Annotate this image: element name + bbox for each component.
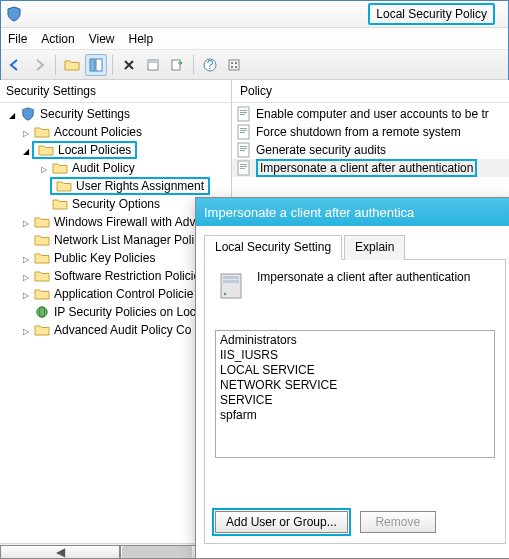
policy-icon	[236, 124, 252, 140]
svg-rect-15	[229, 60, 239, 70]
help-button[interactable]: ?	[199, 54, 221, 76]
folder-icon	[34, 323, 50, 337]
tree-user-rights[interactable]: User Rights Assignment	[2, 177, 231, 195]
menu-file[interactable]: File	[8, 32, 27, 46]
refresh-button[interactable]	[223, 54, 245, 76]
tree-root[interactable]: Security Settings	[2, 105, 231, 123]
shield-icon	[6, 6, 22, 22]
list-item[interactable]: Administrators	[220, 333, 490, 348]
tree-local-policies[interactable]: Local Policies	[2, 141, 231, 159]
principals-listbox[interactable]: Administrators IIS_IUSRS LOCAL SERVICE N…	[215, 330, 495, 458]
policy-icon	[236, 142, 252, 158]
list-item[interactable]: Generate security audits	[232, 141, 509, 159]
folder-icon	[34, 287, 50, 301]
tree-audit-policy[interactable]: Audit Policy	[2, 159, 231, 177]
menu-view[interactable]: View	[89, 32, 115, 46]
list-item[interactable]: SERVICE	[220, 393, 490, 408]
svg-rect-12	[172, 60, 180, 70]
remove-button[interactable]: Remove	[360, 511, 436, 533]
folder-icon	[34, 251, 50, 265]
tree-header: Security Settings	[0, 80, 231, 103]
export-button[interactable]	[166, 54, 188, 76]
window-title: Local Security Policy	[368, 3, 495, 25]
tree-account-policies[interactable]: Account Policies	[2, 123, 231, 141]
list-item[interactable]: NETWORK SERVICE	[220, 378, 490, 393]
folder-icon	[34, 269, 50, 283]
show-tree-button[interactable]	[85, 54, 107, 76]
toolbar: ?	[0, 50, 509, 80]
svg-rect-8	[90, 59, 95, 71]
list-item[interactable]: Force shutdown from a remote system	[232, 123, 509, 141]
list-item[interactable]: spfarm	[220, 408, 490, 423]
folder-icon	[56, 179, 72, 193]
properties-button[interactable]	[142, 54, 164, 76]
folder-icon	[34, 215, 50, 229]
policy-name-label: Impersonate a client after authenticatio…	[257, 270, 470, 284]
tab-explain[interactable]: Explain	[344, 235, 405, 260]
menu-action[interactable]: Action	[41, 32, 74, 46]
folder-icon	[52, 161, 68, 175]
policy-icon	[236, 160, 252, 176]
dialog-title: Impersonate a client after authentica	[196, 198, 509, 226]
back-button[interactable]	[4, 54, 26, 76]
svg-point-20	[37, 307, 48, 318]
folder-icon	[38, 143, 54, 157]
list-item-selected[interactable]: Impersonate a client after authenticatio…	[232, 159, 509, 177]
server-icon	[215, 270, 247, 302]
list-item[interactable]: Enable computer and user accounts to be …	[232, 105, 509, 123]
svg-text:?: ?	[207, 58, 214, 72]
menu-help[interactable]: Help	[129, 32, 154, 46]
list-header[interactable]: Policy	[232, 80, 509, 103]
globe-icon	[34, 305, 50, 319]
menubar: File Action View Help	[0, 28, 509, 50]
tab-local-security-setting[interactable]: Local Security Setting	[204, 235, 342, 260]
svg-rect-16	[231, 62, 233, 64]
policy-icon	[236, 106, 252, 122]
up-button[interactable]	[61, 54, 83, 76]
svg-rect-11	[148, 60, 158, 63]
svg-rect-19	[235, 66, 237, 68]
delete-button[interactable]	[118, 54, 140, 76]
folder-icon	[52, 197, 68, 211]
folder-icon	[34, 233, 50, 247]
svg-rect-9	[96, 59, 102, 71]
add-user-or-group-button[interactable]: Add User or Group...	[215, 511, 348, 533]
forward-button[interactable]	[28, 54, 50, 76]
list-item[interactable]: IIS_IUSRS	[220, 348, 490, 363]
svg-rect-18	[231, 66, 233, 68]
shield-icon	[20, 107, 36, 121]
scroll-left-icon[interactable]: ◀	[0, 545, 120, 559]
list-item[interactable]: LOCAL SERVICE	[220, 363, 490, 378]
folder-icon	[34, 125, 50, 139]
properties-dialog: Impersonate a client after authentica Lo…	[195, 197, 509, 559]
svg-rect-17	[235, 62, 237, 64]
